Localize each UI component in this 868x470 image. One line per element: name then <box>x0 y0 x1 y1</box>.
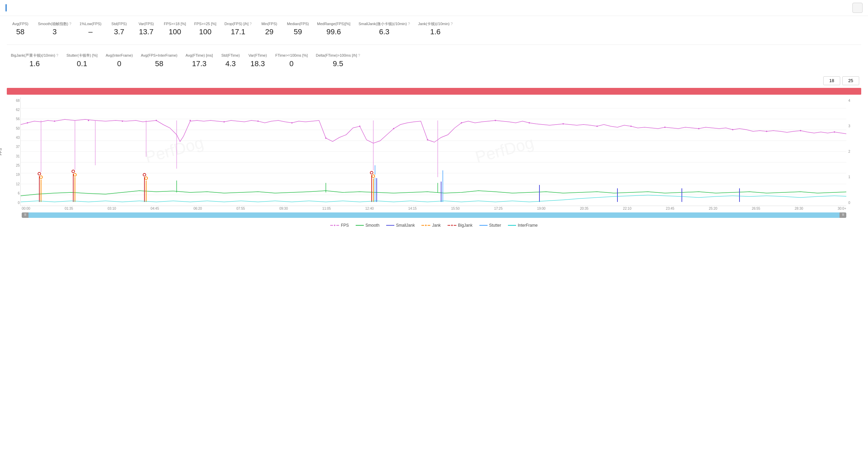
stat-item-r2-8: Delta(FTime)>100ms [/h] ?9.5 <box>312 52 364 69</box>
help-icon-${i}[interactable]: ? <box>408 22 410 26</box>
stat-label-5: FPS>=18 [%] <box>164 21 186 26</box>
help-icon-r2-${i}[interactable]: ? <box>358 53 360 57</box>
stat-value-12: 1.6 <box>418 27 453 36</box>
stat-label-7: Drop(FPS) [/h] ? <box>224 21 252 26</box>
legend-label-5: Stutter <box>489 223 501 228</box>
stat-item-8: Min(FPS)29 <box>256 20 283 38</box>
fps-dot <box>359 126 360 127</box>
help-icon-${i}[interactable]: ? <box>250 22 252 26</box>
stat-item-r2-4: Avg(FTime) [ms]17.3 <box>181 52 217 69</box>
x-label-4: 06:20 <box>194 207 202 210</box>
stat-value-r2-3: 58 <box>141 59 178 68</box>
fps-dot <box>529 122 530 124</box>
x-label-5: 07:55 <box>236 207 245 210</box>
app-container: Avg(FPS)58Smooth(稳帧指数) ?31%Low(FPS)–Std(… <box>0 0 868 234</box>
fps-dot <box>732 129 733 130</box>
x-label-10: 15:50 <box>451 207 460 210</box>
stat-value-2: – <box>79 27 101 36</box>
y-left-label-0: 68 <box>16 99 20 102</box>
chart-container: FPS 6862565043373125191260 PerfDog PerfD… <box>7 97 861 220</box>
fps-dot <box>325 137 327 139</box>
stat-label-r2-2: Avg(InterFrame) <box>106 53 133 58</box>
scrollbar-left-handle[interactable]: ⠿ <box>22 212 28 218</box>
stat-value-r2-5: 4.3 <box>221 59 240 68</box>
stat-value-0: 58 <box>11 27 30 36</box>
x-label-17: 26:55 <box>752 207 760 210</box>
x-axis: 00:0001:3503:1004:4506:2007:5509:3011:05… <box>7 206 861 211</box>
header-dropdown-button[interactable] <box>852 3 863 13</box>
help-icon-r2-${i}[interactable]: ? <box>56 53 58 57</box>
scrollbar-right-handle[interactable]: ⠿ <box>840 212 846 218</box>
y-left-label-1: 62 <box>16 108 20 112</box>
help-icon-${i}[interactable]: ? <box>451 22 453 26</box>
help-icon-${i}[interactable]: ? <box>69 22 71 26</box>
bigjank-dot-inner <box>143 174 145 176</box>
fps-dot <box>766 131 767 132</box>
legend: FPS Smooth SmallJank Jank BigJank Stutte… <box>7 220 861 231</box>
bigjank-dot-inner <box>371 172 373 174</box>
stat-value-r2-1: 0.1 <box>66 59 98 68</box>
x-label-2: 03:10 <box>107 207 116 210</box>
legend-line-seg <box>330 225 333 226</box>
jank-dot-inner <box>145 177 147 179</box>
y-left-label-5: 37 <box>16 145 20 149</box>
legend-line-seg <box>421 225 424 226</box>
fps-dot <box>461 122 462 124</box>
legend-item-interframe: InterFrame <box>508 223 538 228</box>
y-right-label-2: 2 <box>848 150 850 153</box>
x-label-7: 11:05 <box>322 207 331 210</box>
stat-item-4: Var(FPS)13.7 <box>133 20 160 38</box>
fps-dot <box>698 128 699 129</box>
fps-input-18[interactable] <box>823 76 840 85</box>
fps-dot <box>427 139 428 140</box>
scrollbar-right-icon: ⠿ <box>842 213 844 217</box>
fps-dot <box>257 120 259 122</box>
legend-line-5 <box>479 225 488 226</box>
legend-label-6: InterFrame <box>518 223 538 228</box>
legend-icon-0 <box>330 224 339 226</box>
stat-label-r2-8: Delta(FTime)>100ms [/h] ? <box>316 53 360 58</box>
y-right-label-3: 1 <box>848 175 850 179</box>
stat-label-1: Smooth(稳帧指数) ? <box>38 21 71 26</box>
legend-label-4: BigJank <box>458 223 473 228</box>
y-left-label-10: 6 <box>18 191 20 195</box>
stat-label-0: Avg(FPS) <box>11 21 30 26</box>
x-label-3: 04:45 <box>151 207 159 210</box>
header <box>0 0 868 16</box>
legend-item-stutter: Stutter <box>479 223 501 228</box>
y-left-label-2: 56 <box>16 117 20 121</box>
stat-value-10: 99.6 <box>317 27 350 36</box>
fps-dot <box>88 120 89 121</box>
fps-dot <box>800 130 801 131</box>
stat-item-7: Drop(FPS) [/h] ?17.1 <box>220 20 256 38</box>
stat-value-1: 3 <box>38 27 71 36</box>
x-label-16: 25:20 <box>709 207 717 210</box>
stat-value-r2-6: 18.3 <box>248 59 267 68</box>
legend-line-seg2 <box>454 225 456 226</box>
fps-dot <box>291 122 293 124</box>
legend-line-1 <box>356 225 364 226</box>
stats-section-1: Avg(FPS)58Smooth(稳帧指数) ?31%Low(FPS)–Std(… <box>0 16 868 42</box>
stat-item-2: 1%Low(FPS)– <box>75 20 105 38</box>
fps-controls <box>821 76 861 85</box>
stat-label-10: MedRange(FPS)[%] <box>317 21 350 26</box>
legend-item-smooth: Smooth <box>356 223 379 228</box>
header-accent <box>5 4 7 12</box>
scrollbar-track[interactable]: ⠿ ⠿ <box>22 212 846 218</box>
stat-label-r2-7: FTime>=100ms [%] <box>275 53 308 58</box>
stats-row-2: BigJank(严重卡顿)(/10min) ?1.6Stutter(卡顿率) [… <box>7 52 861 69</box>
bigjank-dot-inner <box>72 170 74 172</box>
legend-dot <box>334 224 336 226</box>
stats-row-1: Avg(FPS)58Smooth(稳帧指数) ?31%Low(FPS)–Std(… <box>7 20 861 38</box>
legend-label-3: Jank <box>432 223 440 228</box>
stat-item-r2-7: FTime>=100ms [%]0 <box>271 52 312 69</box>
fps-input-25[interactable] <box>842 76 859 85</box>
y-left-label-8: 19 <box>16 173 20 176</box>
stat-label-2: 1%Low(FPS) <box>79 21 101 26</box>
legend-dot <box>425 224 427 226</box>
fps-dot <box>664 127 666 128</box>
stat-item-r2-1: Stutter(卡顿率) [%]0.1 <box>62 52 102 69</box>
fps-dot <box>834 131 835 133</box>
stat-item-r2-3: Avg(FPS+InterFrame)58 <box>137 52 182 69</box>
jank-dot-inner <box>74 174 76 176</box>
